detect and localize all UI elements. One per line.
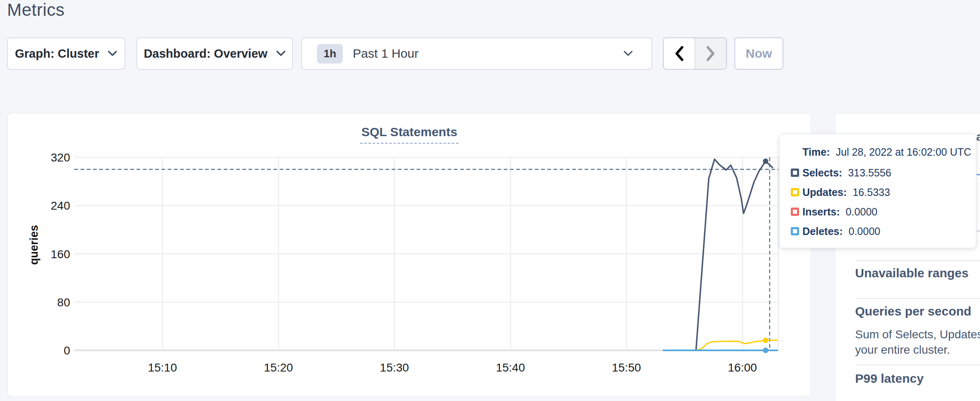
tooltip-deletes-row: Deletes: 0.0000	[791, 226, 880, 237]
chevron-down-icon	[276, 50, 286, 57]
time-range-selector[interactable]: 1h Past 1 Hour	[301, 37, 652, 70]
divider	[855, 298, 980, 299]
page-title: Metrics	[7, 0, 65, 20]
time-range-label: Past 1 Hour	[353, 46, 418, 61]
svg-text:80: 80	[57, 296, 70, 309]
svg-text:15:20: 15:20	[264, 361, 293, 374]
svg-text:16:00: 16:00	[728, 361, 757, 374]
svg-text:15:30: 15:30	[380, 361, 409, 374]
sql-statements-chart[interactable]: 08016024032015:1015:2015:3015:4015:5016:…	[8, 113, 812, 397]
tooltip-selects-value: 313.5556	[848, 167, 891, 179]
graph-scope-label: Graph: Cluster	[15, 47, 99, 61]
selects-swatch-icon	[791, 169, 799, 177]
tooltip-updates-row: Updates: 16.5333	[791, 187, 890, 198]
sidebar-entry-queries-per-second: Queries per second	[855, 304, 980, 318]
svg-text:320: 320	[51, 151, 70, 164]
tooltip-selects-label: Selects:	[802, 167, 842, 179]
tooltip-updates-value: 16.5333	[853, 186, 890, 198]
tooltip-time-label: Time:	[802, 146, 830, 158]
chevron-down-icon	[623, 50, 633, 57]
tooltip-deletes-label: Deletes:	[802, 225, 843, 237]
svg-text:15:10: 15:10	[148, 361, 177, 374]
sidebar-entry-p99-latency: P99 latency	[855, 372, 980, 386]
svg-text:240: 240	[51, 199, 70, 212]
sidebar-entry-unavailable-ranges: Unavailable ranges	[855, 266, 980, 280]
svg-text:15:40: 15:40	[496, 361, 525, 374]
dashboard-dropdown[interactable]: Dashboard: Overview	[137, 37, 293, 70]
chevron-right-icon	[705, 45, 716, 62]
chevron-left-icon	[674, 45, 685, 62]
dashboard-label: Dashboard: Overview	[144, 47, 267, 61]
next-range-button-disabled[interactable]	[695, 38, 726, 69]
graph-scope-dropdown[interactable]: Graph: Cluster	[7, 37, 125, 70]
divider	[855, 260, 980, 261]
divider	[855, 364, 980, 365]
tooltip-inserts-value: 0.0000	[846, 206, 877, 218]
sidebar-entry-description-line2: your entire cluster.	[855, 342, 980, 357]
chart-hover-tooltip: Time: Jul 28, 2022 at 16:02:00 UTC Selec…	[779, 134, 976, 248]
clipped-text-fragment: –	[976, 224, 980, 237]
metrics-page: Metrics Graph: Cluster Dashboard: Overvi…	[0, 0, 980, 401]
sidebar-entry-description-line1: Sum of Selects, Updates, Inser	[855, 327, 980, 342]
deletes-swatch-icon	[791, 227, 799, 235]
prev-range-button[interactable]	[664, 38, 695, 69]
chevron-down-icon	[107, 50, 117, 57]
svg-text:queries: queries	[28, 225, 40, 265]
clipped-text-fragment: –	[976, 168, 980, 181]
svg-text:15:50: 15:50	[612, 361, 641, 374]
svg-text:0: 0	[63, 344, 70, 357]
tooltip-selects-row: Selects: 313.5556	[791, 167, 891, 178]
time-range-pager	[663, 37, 727, 70]
tooltip-inserts-row: Inserts: 0.0000	[791, 206, 878, 217]
tooltip-time-row: Time: Jul 28, 2022 at 16:02:00 UTC	[802, 147, 971, 157]
clipped-text-fragment: a	[976, 130, 980, 144]
tooltip-updates-label: Updates:	[802, 186, 847, 198]
time-range-badge: 1h	[317, 44, 343, 64]
svg-text:160: 160	[51, 248, 70, 261]
tooltip-inserts-label: Inserts:	[802, 206, 840, 218]
inserts-swatch-icon	[791, 208, 799, 216]
tooltip-deletes-value: 0.0000	[848, 225, 880, 237]
tooltip-time-value: Jul 28, 2022 at 16:02:00 UTC	[836, 146, 971, 158]
now-button[interactable]: Now	[734, 37, 783, 70]
updates-swatch-icon	[791, 188, 799, 196]
sql-statements-card: SQL Statements 08016024032015:1015:2015:…	[7, 113, 811, 396]
